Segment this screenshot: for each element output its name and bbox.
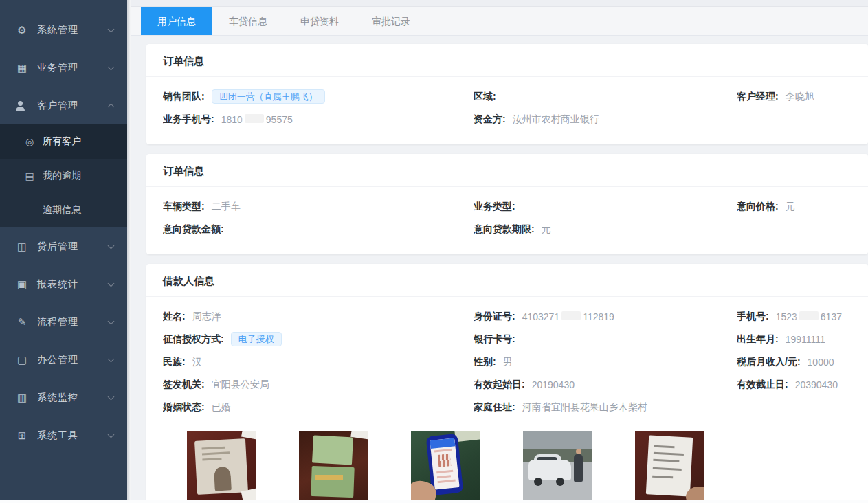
sidebar-item-label: 系统工具 — [37, 429, 109, 442]
phone-qr-photo-thumbnail[interactable] — [411, 431, 480, 502]
card-title: 借款人信息 — [146, 264, 868, 297]
bank-card-field: 银行卡号: — [474, 333, 737, 346]
id-card-photo-thumbnail[interactable] — [187, 431, 256, 502]
chevron-down-icon — [108, 355, 115, 362]
sidebar-item-label: 逾期信息 — [43, 204, 81, 216]
sidebar-item-customer-management[interactable]: 客户管理 — [0, 87, 127, 124]
ethnicity-field: 民族: 汉 — [163, 356, 474, 368]
sidebar-item-office-management[interactable]: ▢ 办公管理 — [0, 341, 127, 379]
sidebar-submenu: ◎ 所有客户 ▤ 我的逾期 逾期信息 — [0, 124, 127, 227]
field-row: 民族: 汉 性别: 男 税后月收入/元: 10000 — [163, 350, 852, 373]
sidebar-item-all-customers[interactable]: ◎ 所有客户 — [0, 124, 127, 159]
field-value: 10000 — [808, 357, 834, 368]
sidebar-item-report-statistics[interactable]: ▣ 报表统计 — [0, 265, 127, 303]
photo-art — [653, 467, 682, 471]
field-label: 婚姻状态: — [163, 401, 205, 414]
photo-art — [653, 459, 679, 462]
redaction-mask — [799, 311, 819, 320]
person-with-car-photo-thumbnail[interactable] — [523, 431, 592, 502]
field-label: 家庭住址: — [474, 401, 515, 414]
field-value: 男 — [503, 356, 513, 368]
tab-user-info[interactable]: 用户信息 — [141, 7, 212, 35]
green-booklet-photo-thumbnail[interactable] — [299, 431, 368, 502]
card-title: 订单信息 — [146, 154, 868, 187]
vehicle-type-field: 车辆类型: 二手车 — [163, 201, 474, 213]
sidebar-item-my-overdue[interactable]: ▤ 我的逾期 — [0, 159, 127, 193]
field-label: 客户经理: — [737, 91, 779, 103]
photo-gallery: 身份证 行驶证正副页 — [163, 418, 852, 503]
user-icon — [15, 101, 26, 111]
business-phone-field: 业务手机号: 181095575 — [163, 113, 474, 126]
photo-art — [194, 438, 248, 495]
photo-item: 个人照 — [523, 431, 592, 503]
sidebar-item-business-management[interactable]: ▦ 业务管理 — [0, 49, 127, 87]
sidebar-item-system-management[interactable]: ⚙ 系统管理 — [0, 11, 127, 49]
chevron-down-icon — [108, 393, 115, 400]
tab-car-loan-info[interactable]: 车贷信息 — [212, 7, 284, 35]
field-row: 业务手机号: 181095575 资金方: 汝州市农村商业银行 — [163, 108, 852, 131]
photo-art — [311, 466, 354, 498]
field-value: 已婚 — [212, 401, 231, 414]
photo-art — [654, 452, 684, 456]
content: 订单信息 销售团队: 四团一营（直属王鹏飞） 区域: 客户经理: 李晓旭 — [131, 36, 868, 503]
photo-art — [438, 480, 456, 484]
valid-from-field: 有效起始日: 20190430 — [474, 379, 737, 391]
main-area: 用户信息 车贷信息 申贷资料 审批记录 订单信息 销售团队: 四团一营（直属王鹏… — [131, 0, 868, 503]
sidebar-item-label: 报表统计 — [37, 278, 109, 291]
sales-team-tag[interactable]: 四团一营（直属王鹏飞） — [212, 89, 325, 104]
field-value: 4103271112819 — [522, 311, 614, 322]
sidebar: ⚙ 系统管理 ▦ 业务管理 客户管理 ◎ 所有客户 ▤ 我的逾期 逾期信息 ◫ … — [0, 0, 127, 500]
redaction-mask — [245, 114, 264, 123]
sidebar-item-overdue-info[interactable]: 逾期信息 — [0, 193, 127, 227]
field-value: 汉 — [192, 356, 202, 368]
field-label: 征信授权方式: — [163, 333, 224, 346]
photo-art — [350, 431, 368, 440]
field-value: 李晓旭 — [786, 91, 814, 103]
photo-art — [430, 438, 455, 449]
photo-art — [430, 438, 459, 489]
tab-approval-records[interactable]: 审批记录 — [355, 7, 427, 35]
card-title: 订单信息 — [146, 44, 868, 77]
field-row: 签发机关: 宜阳县公安局 有效起始日: 20190430 有效截止日: 2039… — [163, 373, 852, 396]
field-label: 税后月收入/元: — [737, 356, 801, 368]
photo-art — [315, 475, 343, 480]
card-body: 销售团队: 四团一营（直属王鹏飞） 区域: 客户经理: 李晓旭 业务手机号: — [146, 77, 868, 144]
field-label: 签发机关: — [163, 379, 205, 391]
grid-icon: ▦ — [15, 62, 29, 74]
sidebar-item-label: 办公管理 — [37, 354, 109, 366]
gear-icon: ⚙ — [15, 24, 29, 36]
field-label: 销售团队: — [163, 91, 205, 103]
photo-art — [202, 447, 225, 450]
photo-art — [534, 478, 542, 486]
field-label: 意向贷款金额: — [163, 223, 224, 236]
toolbox-icon: ⊞ — [15, 429, 29, 442]
photo-art — [434, 449, 452, 453]
tab-loan-application-docs[interactable]: 申贷资料 — [284, 7, 355, 35]
workflow-icon: ✎ — [15, 316, 29, 328]
photo-art — [574, 454, 583, 482]
loan-term-field: 意向贷款期限: 元 — [474, 223, 737, 236]
sidebar-item-label: 所有客户 — [43, 135, 81, 148]
borrower-info-card: 借款人信息 姓名: 周志洋 身份证号: 4103271112819 手机号: — [146, 264, 868, 503]
sidebar-item-process-management[interactable]: ✎ 流程管理 — [0, 303, 127, 341]
loan-amount-field: 意向贷款金额: — [163, 223, 474, 236]
sales-team-field: 销售团队: 四团一营（直属王鹏飞） — [163, 89, 474, 104]
paper-document-photo-thumbnail[interactable] — [635, 431, 704, 502]
photo-art — [646, 435, 693, 496]
sidebar-item-label: 系统监控 — [37, 392, 109, 404]
sidebar-item-system-monitor[interactable]: ▥ 系统监控 — [0, 379, 127, 416]
birth-field: 出生年月: 19911111 — [737, 333, 852, 346]
field-label: 出生年月: — [737, 333, 779, 346]
field-value: 周志洋 — [192, 311, 221, 323]
sidebar-item-system-tools[interactable]: ⊞ 系统工具 — [0, 416, 127, 454]
account-manager-field: 客户经理: 李晓旭 — [737, 91, 852, 103]
field-label: 有效起始日: — [474, 379, 525, 391]
field-label: 业务类型: — [474, 201, 515, 213]
chart-icon: ▣ — [15, 278, 29, 291]
credit-auth-tag[interactable]: 电子授权 — [231, 332, 282, 346]
photo-art — [436, 470, 453, 473]
office-icon: ▢ — [15, 354, 29, 366]
sidebar-item-postloan-management[interactable]: ◫ 贷后管理 — [0, 227, 127, 265]
field-value: 二手车 — [212, 201, 241, 213]
field-row: 征信授权方式: 电子授权 银行卡号: 出生年月: 19911111 — [163, 328, 852, 350]
